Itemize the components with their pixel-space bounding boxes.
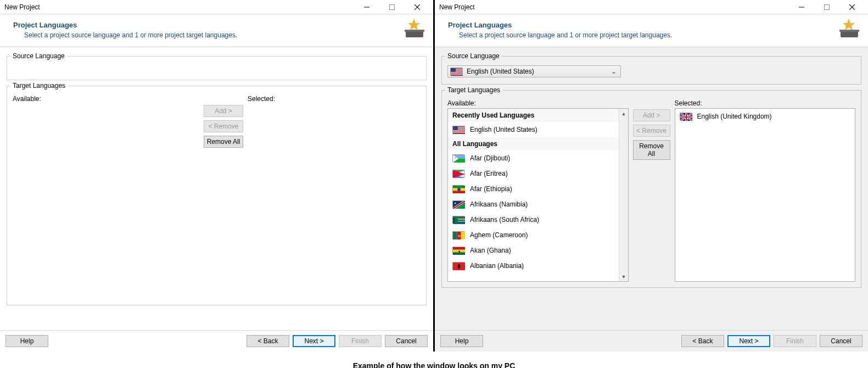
cancel-button[interactable]: Cancel	[385, 335, 428, 347]
flag-icon	[452, 262, 464, 270]
list-item[interactable]: Afrikaans (Namibia)	[448, 197, 619, 212]
list-item[interactable]: ★Aghem (Cameroon)	[448, 227, 619, 243]
scrollbar[interactable]: ▲ ▼	[619, 109, 628, 281]
remove-button[interactable]: < Remove	[633, 125, 670, 137]
cancel-button[interactable]: Cancel	[820, 335, 863, 347]
list-item[interactable]: Afar (Eritrea)	[448, 166, 619, 181]
svg-rect-64	[680, 116, 692, 118]
help-button[interactable]: Help	[440, 335, 483, 347]
svg-rect-29	[453, 126, 458, 130]
titlebar: New Project	[0, 0, 433, 14]
language-name: Akan (Ghana)	[470, 247, 511, 254]
language-name: Afrikaans (Namibia)	[470, 200, 528, 208]
svg-rect-39	[453, 191, 465, 193]
wizard-footer: Help < Back Next > Finish Cancel	[0, 330, 433, 352]
flag-icon	[452, 154, 464, 162]
selected-languages-list[interactable]: English (United Kingdom)	[675, 108, 856, 282]
svg-rect-13	[839, 30, 859, 32]
minimize-button[interactable]	[354, 0, 379, 14]
svg-rect-8	[825, 4, 830, 9]
source-language-label: Source Language	[445, 52, 502, 60]
list-item[interactable]: Afrikaans (South Africa)	[448, 212, 619, 227]
banner-title: Project Languages	[13, 21, 402, 29]
maximize-button[interactable]	[814, 0, 839, 14]
target-languages-group: Target Languages Available: Recently Use…	[441, 90, 861, 288]
svg-text:★: ★	[458, 250, 461, 253]
back-button[interactable]: < Back	[681, 335, 724, 347]
flag-icon	[450, 68, 462, 75]
language-name: Afrikaans (South Africa)	[470, 216, 539, 224]
list-item[interactable]: Afar (Ethiopia)	[448, 181, 619, 197]
language-name: Aghem (Cameroon)	[470, 231, 528, 239]
scroll-down-icon[interactable]: ▼	[619, 272, 629, 281]
help-button[interactable]: Help	[5, 335, 48, 347]
wizard-icon	[837, 19, 860, 38]
maximize-button[interactable]	[379, 0, 405, 14]
svg-rect-28	[453, 132, 465, 133]
svg-rect-19	[451, 73, 463, 74]
available-languages-list[interactable]: Recently Used LanguagesEnglish (United S…	[447, 108, 629, 282]
language-name: Afar (Eritrea)	[470, 170, 508, 177]
source-language-value: English (United States)	[467, 68, 534, 75]
flag-icon	[452, 126, 464, 133]
minimize-button[interactable]	[789, 0, 814, 14]
wizard-footer: Help < Back Next > Finish Cancel	[435, 330, 868, 352]
banner-subtitle: Select a project source language and 1 o…	[459, 31, 837, 39]
svg-rect-6	[405, 30, 424, 32]
finish-button[interactable]: Finish	[339, 335, 382, 347]
chevron-down-icon: ⌄	[609, 68, 618, 75]
flag-icon	[680, 113, 692, 120]
remove-all-button[interactable]: Remove All	[204, 136, 243, 148]
finish-button[interactable]: Finish	[774, 335, 816, 347]
source-language-group: Source Language English (United States) …	[441, 56, 861, 85]
flag-icon: ★	[452, 231, 464, 239]
flag-icon: ★	[452, 247, 464, 254]
svg-rect-51	[453, 232, 457, 239]
window-title: New Project	[4, 3, 354, 11]
back-button[interactable]: < Back	[247, 335, 289, 347]
content-area: Source Language English (United States) …	[435, 47, 868, 330]
svg-rect-18	[451, 72, 463, 73]
source-language-label: Source Language	[10, 52, 67, 60]
wizard-banner: Project Languages Select a project sourc…	[435, 14, 868, 47]
list-item[interactable]: English (United Kingdom)	[675, 109, 855, 124]
svg-rect-21	[451, 68, 456, 72]
caption-left: Example of how the window looks on my PC	[217, 352, 651, 368]
wizard-icon	[402, 19, 425, 38]
target-languages-group: Target Languages Available: Add > < Remo…	[7, 86, 427, 305]
add-button[interactable]: Add >	[633, 109, 670, 121]
list-item[interactable]: Albanian (Albania)	[448, 258, 619, 274]
svg-rect-53	[461, 232, 465, 239]
next-button[interactable]: Next >	[727, 335, 770, 347]
remove-button[interactable]: < Remove	[204, 120, 243, 132]
window-right: New Project Project Languages Select a p…	[435, 0, 868, 352]
all-header: All Languages	[448, 137, 619, 150]
list-item[interactable]: Afar (Djibouti)	[448, 150, 619, 166]
selected-label: Selected:	[248, 95, 421, 103]
language-name: Afar (Ethiopia)	[470, 185, 512, 193]
svg-marker-4	[408, 19, 420, 30]
svg-rect-27	[453, 131, 465, 132]
flag-icon	[452, 200, 464, 208]
list-item[interactable]: ★Akan (Ghana)	[448, 243, 619, 258]
source-language-dropdown[interactable]: English (United States) ⌄	[447, 65, 621, 77]
remove-all-button[interactable]: Remove All	[633, 140, 670, 160]
recent-header: Recently Used Languages	[448, 109, 619, 122]
window-left: New Project Project Languages Select a p…	[0, 0, 433, 352]
close-button[interactable]	[405, 0, 430, 14]
language-name: English (United Kingdom)	[697, 113, 772, 120]
close-button[interactable]	[839, 0, 865, 14]
available-label: Available:	[447, 99, 629, 107]
titlebar: New Project	[435, 0, 868, 14]
target-languages-label: Target Languages	[445, 86, 502, 94]
add-button[interactable]: Add >	[204, 105, 243, 117]
source-language-group: Source Language	[7, 56, 427, 80]
list-item[interactable]: English (United States)	[448, 122, 619, 137]
flag-icon	[452, 170, 464, 177]
window-title: New Project	[439, 3, 789, 11]
svg-point-40	[457, 188, 461, 191]
svg-rect-20	[451, 74, 463, 75]
next-button[interactable]: Next >	[293, 335, 335, 347]
target-languages-label: Target Languages	[10, 82, 68, 90]
scroll-up-icon[interactable]: ▲	[619, 109, 629, 118]
